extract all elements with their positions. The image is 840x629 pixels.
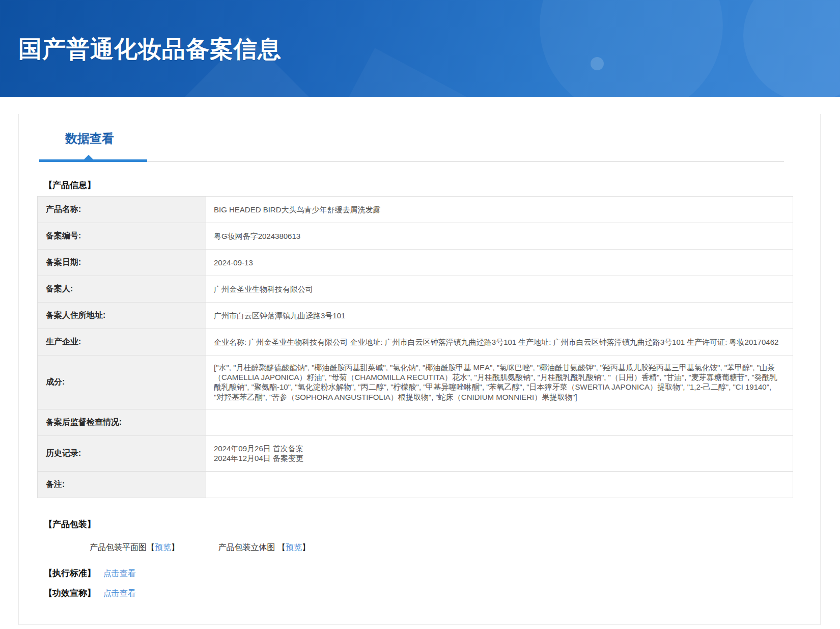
banner-decoration-square bbox=[313, 48, 492, 97]
packaging-stereo-preview-link[interactable]: 预览 bbox=[286, 543, 302, 552]
row-filer-address: 备案人住所地址: 广州市白云区钟落潭镇九曲迳路3号101 bbox=[38, 303, 793, 329]
tab-pointer-triangle bbox=[84, 155, 93, 159]
row-filer: 备案人: 广州金圣业生物科技有限公司 bbox=[38, 276, 793, 303]
label-filing-number: 备案编号: bbox=[38, 223, 206, 250]
bracket-open: 【 bbox=[277, 543, 286, 552]
value-manufacturer: 企业名称: 广州金圣业生物科技有限公司 企业地址: 广州市白云区钟落潭镇九曲迳路… bbox=[206, 329, 793, 355]
row-post-filing-inspection: 备案后监督检查情况: bbox=[38, 409, 793, 435]
packaging-stereo-group: 产品包装立体图 【预览】 bbox=[218, 542, 310, 553]
row-history: 历史记录: 2024年09月26日 首次备案 2024年12月04日 备案变更 bbox=[38, 435, 793, 471]
row-remarks: 备注: bbox=[38, 471, 793, 498]
packaging-flat-label: 产品包装平面图 bbox=[90, 543, 147, 552]
packaging-stereo-label: 产品包装立体图 bbox=[218, 543, 275, 552]
row-filing-date: 备案日期: 2024-09-13 bbox=[38, 250, 793, 276]
value-filing-number: 粤G妆网备字2024380613 bbox=[206, 223, 793, 250]
banner-decoration-circle bbox=[743, 0, 840, 97]
label-product-name: 产品名称: bbox=[38, 197, 206, 223]
value-history: 2024年09月26日 首次备案 2024年12月04日 备案变更 bbox=[206, 435, 793, 471]
efficacy-claim-label: 【功效宣称】 bbox=[44, 588, 96, 598]
execution-standard-label: 【执行标准】 bbox=[44, 568, 96, 578]
packaging-flat-group: 产品包装平面图【预览】 bbox=[90, 542, 179, 553]
efficacy-claim-line: 【功效宣称】 点击查看 bbox=[44, 587, 820, 599]
product-info-table: 产品名称: BIG HEADED BIRD大头鸟青少年舒缓去屑洗发露 备案编号:… bbox=[37, 196, 793, 498]
value-filer-address: 广州市白云区钟落潭镇九曲迳路3号101 bbox=[206, 303, 793, 329]
history-line-2: 2024年12月04日 备案变更 bbox=[214, 453, 780, 463]
value-ingredients: ["水", "月桂醇聚醚硫酸酯钠", "椰油酰胺丙基甜菜碱", "氯化钠", "… bbox=[206, 355, 793, 409]
label-post-filing-inspection: 备案后监督检查情况: bbox=[38, 409, 206, 435]
tab-bar: 数据查看 bbox=[19, 114, 820, 162]
packaging-preview-line: 产品包装平面图【预览】 产品包装立体图 【预览】 bbox=[90, 542, 820, 553]
section-heading-packaging: 【产品包装】 bbox=[44, 518, 820, 530]
label-filer: 备案人: bbox=[38, 276, 206, 303]
value-filer: 广州金圣业生物科技有限公司 bbox=[206, 276, 793, 303]
value-post-filing-inspection bbox=[206, 409, 793, 435]
bracket-close: 】 bbox=[171, 543, 179, 552]
row-filing-number: 备案编号: 粤G妆网备字2024380613 bbox=[38, 223, 793, 250]
row-manufacturer: 生产企业: 企业名称: 广州金圣业生物科技有限公司 企业地址: 广州市白云区钟落… bbox=[38, 329, 793, 355]
tab-active-indicator bbox=[39, 159, 147, 162]
content-panel: 数据查看 【产品信息】 产品名称: BIG HEADED BIRD大头鸟青少年舒… bbox=[18, 114, 821, 625]
label-remarks: 备注: bbox=[38, 471, 206, 498]
banner-decoration-dot bbox=[591, 57, 604, 70]
section-heading-product-info: 【产品信息】 bbox=[44, 179, 820, 191]
execution-standard-view-link[interactable]: 点击查看 bbox=[103, 569, 136, 578]
page-banner: 国产普通化妆品备案信息 bbox=[0, 0, 840, 97]
tab-underline-row bbox=[19, 159, 820, 162]
banner-decoration-circle bbox=[540, 0, 723, 97]
label-filer-address: 备案人住所地址: bbox=[38, 303, 206, 329]
label-ingredients: 成分: bbox=[38, 355, 206, 409]
bracket-close: 】 bbox=[302, 543, 310, 552]
page-title: 国产普通化妆品备案信息 bbox=[18, 34, 282, 65]
execution-standard-line: 【执行标准】 点击查看 bbox=[44, 567, 820, 579]
value-product-name: BIG HEADED BIRD大头鸟青少年舒缓去屑洗发露 bbox=[206, 197, 793, 223]
bracket-open: 【 bbox=[147, 543, 155, 552]
tab-data-view[interactable]: 数据查看 bbox=[65, 130, 114, 147]
efficacy-claim-view-link[interactable]: 点击查看 bbox=[103, 589, 136, 597]
value-filing-date: 2024-09-13 bbox=[206, 250, 793, 276]
label-filing-date: 备案日期: bbox=[38, 250, 206, 276]
value-remarks bbox=[206, 471, 793, 498]
packaging-flat-preview-link[interactable]: 预览 bbox=[155, 543, 171, 552]
row-ingredients: 成分: ["水", "月桂醇聚醚硫酸酯钠", "椰油酰胺丙基甜菜碱", "氯化钠… bbox=[38, 355, 793, 409]
history-line-1: 2024年09月26日 首次备案 bbox=[214, 444, 780, 454]
tab-divider-line bbox=[147, 161, 784, 162]
label-manufacturer: 生产企业: bbox=[38, 329, 206, 355]
row-product-name: 产品名称: BIG HEADED BIRD大头鸟青少年舒缓去屑洗发露 bbox=[38, 197, 793, 223]
label-history: 历史记录: bbox=[38, 435, 206, 471]
